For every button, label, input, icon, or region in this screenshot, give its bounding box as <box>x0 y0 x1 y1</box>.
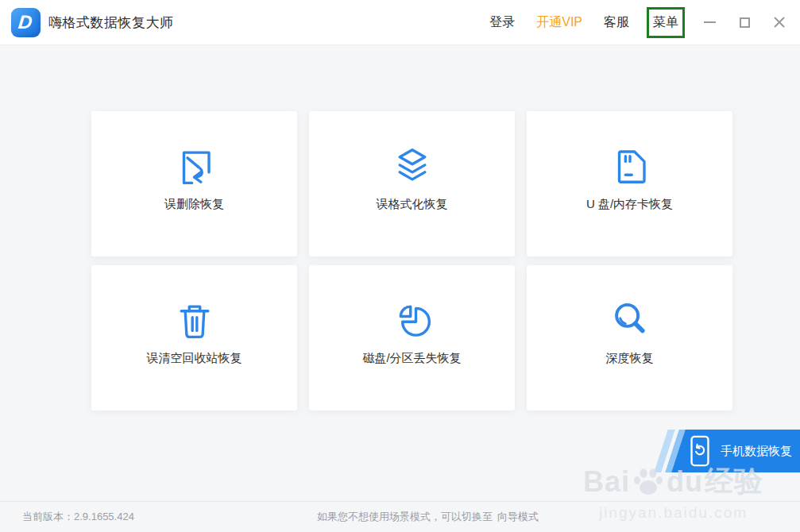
card-label: U 盘/内存卡恢复 <box>586 197 673 212</box>
phone-recovery-icon <box>690 435 710 467</box>
maximize-icon <box>740 17 750 28</box>
banner-label: 手机数据恢复 <box>721 444 792 459</box>
card-usb-sdcard-recovery[interactable]: U 盘/内存卡恢复 <box>527 111 732 256</box>
card-undelete-recovery[interactable]: 误删除恢复 <box>91 111 297 256</box>
login-link[interactable]: 登录 <box>489 14 515 31</box>
menu-button[interactable]: 菜单 <box>647 7 685 38</box>
phone-recovery-banner[interactable]: 手机数据恢复 <box>658 430 800 472</box>
card-recycle-bin-recovery[interactable]: 误清空回收站恢复 <box>91 265 297 411</box>
minimize-button[interactable] <box>701 14 717 30</box>
maximize-button[interactable] <box>736 14 752 30</box>
card-label: 误删除恢复 <box>164 197 224 212</box>
card-label: 深度恢复 <box>606 351 654 366</box>
mode-hint: 如果您不想使用场景模式，可以切换至向导模式 <box>261 510 539 524</box>
usb-sdcard-recovery-icon <box>609 145 651 187</box>
close-icon <box>773 16 786 29</box>
app-title: 嗨格式数据恢复大师 <box>48 13 174 32</box>
vip-link[interactable]: 开通VIP <box>536 14 582 31</box>
deep-recovery-icon <box>609 299 651 341</box>
undelete-recovery-icon <box>173 145 216 187</box>
logo-letter: D <box>17 13 35 32</box>
card-disk-partition-recovery[interactable]: 磁盘/分区丢失恢复 <box>309 265 515 411</box>
disk-partition-recovery-icon <box>391 299 434 341</box>
version-label: 当前版本：2.9.1655.424 <box>22 510 134 524</box>
title-bar: D 嗨格式数据恢复大师 登录 开通VIP 客服 菜单 <box>0 0 800 45</box>
wizard-mode-link[interactable]: 向导模式 <box>497 511 539 522</box>
card-label: 误清空回收站恢复 <box>147 351 242 366</box>
main-area: 误删除恢复 误格式化恢复 U 盘/内存卡恢复 <box>0 45 800 501</box>
mode-hint-text: 如果您不想使用场景模式，可以切换至 <box>317 511 493 522</box>
app-window: D 嗨格式数据恢复大师 登录 开通VIP 客服 菜单 <box>0 0 800 532</box>
watermark-text: Bai <box>583 465 630 499</box>
recycle-bin-recovery-icon <box>173 299 216 341</box>
format-recovery-icon <box>391 145 434 187</box>
header-nav: 登录 开通VIP 客服 菜单 <box>489 12 681 33</box>
card-format-recovery[interactable]: 误格式化恢复 <box>309 111 515 256</box>
close-button[interactable] <box>771 14 787 30</box>
scene-card-grid: 误删除恢复 误格式化恢复 U 盘/内存卡恢复 <box>91 111 733 411</box>
card-label: 误格式化恢复 <box>377 197 448 212</box>
window-controls <box>701 14 787 30</box>
status-bar: 当前版本：2.9.1655.424 如果您不想使用场景模式，可以切换至向导模式 <box>0 501 800 532</box>
card-deep-recovery[interactable]: 深度恢复 <box>527 265 732 411</box>
minimize-icon <box>704 21 716 23</box>
app-logo-icon: D <box>11 8 41 37</box>
card-label: 磁盘/分区丢失恢复 <box>362 351 461 366</box>
support-link[interactable]: 客服 <box>604 14 629 31</box>
